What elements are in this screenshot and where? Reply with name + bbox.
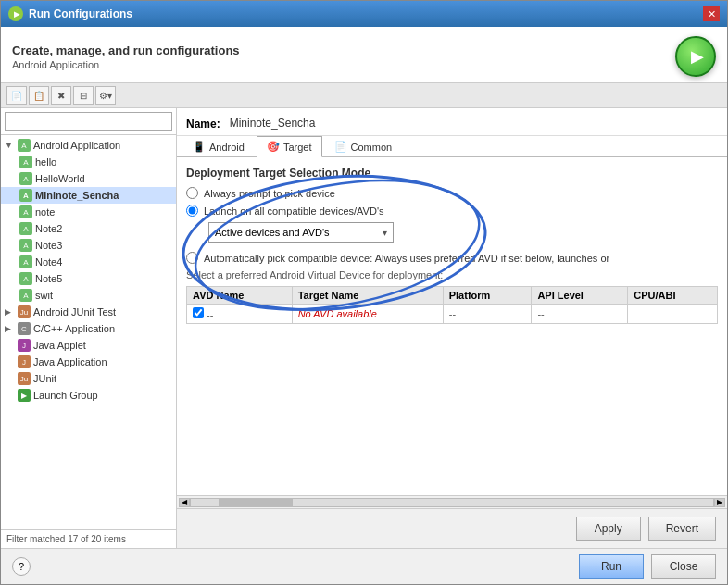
tree-group-android-header[interactable]: ▼ A Android Application: [1, 137, 176, 154]
tree-group-junit2-label: JUnit: [33, 373, 56, 384]
tree-group-junit-label: Android JUnit Test: [33, 306, 116, 317]
note4-icon: A: [19, 255, 32, 268]
tree-group-javaapp-header[interactable]: J Java Application: [1, 354, 176, 370]
tree-arrow-cpp: ▶: [5, 324, 16, 333]
tree-arrow-junit: ▶: [5, 307, 16, 317]
sidebar: ▼ A Android Application A hello A HelloW…: [1, 108, 177, 548]
scroll-right-btn[interactable]: ▶: [714, 498, 725, 507]
tree-item-hello-label: hello: [35, 156, 56, 168]
tree-group-cpp-header[interactable]: ▶ C C/C++ Application: [1, 320, 176, 337]
tree-group-android: ▼ A Android Application A hello A HelloW…: [1, 137, 176, 304]
tree-group-junit-header[interactable]: ▶ Ju Android JUnit Test: [1, 304, 176, 320]
tab-common[interactable]: 📄 Common: [324, 136, 403, 156]
sub-title: Android Application: [12, 59, 240, 70]
delete-config-button[interactable]: ✖: [51, 86, 71, 105]
helloworld-icon: A: [19, 172, 32, 185]
avd-table: AVD Name Target Name Platform API Level …: [186, 286, 718, 324]
tree-group-cpp-label: C/C++ Application: [33, 323, 115, 334]
tree-item-note2-label: Note2: [35, 223, 62, 234]
tabs: 📱 Android 🎯 Target 📄 Common: [177, 136, 727, 157]
tree-arrow-applet: [5, 341, 16, 350]
tab-android-label: Android: [209, 142, 245, 153]
radio-always-prompt[interactable]: Always prompt to pick device: [186, 187, 718, 199]
radio-auto-pick-input[interactable]: [186, 252, 198, 264]
tree-item-note4[interactable]: A Note4: [1, 254, 176, 270]
tree-item-swit-label: swit: [35, 290, 53, 301]
main-content: ▼ A Android Application A hello A HelloW…: [1, 108, 727, 548]
window-title: Run Configurations: [29, 7, 132, 20]
collapse-button[interactable]: ⊟: [73, 86, 94, 105]
tree-item-note3-label: Note3: [35, 240, 62, 251]
col-cpu-abi: CPU/ABI: [628, 287, 718, 305]
radio-auto-pick[interactable]: Automatically pick compatible device: Al…: [186, 252, 718, 264]
cell-api-level: --: [532, 305, 628, 324]
cell-target-name: No AVD available: [292, 305, 443, 324]
search-input[interactable]: [5, 112, 172, 131]
radio-launch-all[interactable]: Launch on all compatible devices/AVD's: [186, 205, 718, 217]
cell-platform: --: [443, 305, 532, 324]
avd-desc: Select a preferred Android Virtual Devic…: [186, 269, 718, 280]
window: Run Configurations ✕ Create, manage, and…: [0, 0, 728, 585]
tree-item-note[interactable]: A note: [1, 204, 176, 220]
tab-common-label: Common: [351, 142, 393, 153]
apply-button[interactable]: Apply: [576, 517, 641, 541]
scroll-track: [190, 498, 714, 507]
apply-revert-bar: Apply Revert: [177, 508, 727, 548]
note-icon: A: [19, 205, 32, 218]
footer-bar: ? Run Close: [1, 548, 727, 584]
config-panel: Name: Mininote_Sencha 📱 Android 🎯 Target…: [177, 108, 727, 548]
tree-item-hello[interactable]: A hello: [1, 154, 176, 170]
tree-item-mininote[interactable]: A Mininote_Sencha: [1, 187, 176, 204]
col-api-level: API Level: [532, 287, 628, 305]
tree: ▼ A Android Application A hello A HelloW…: [1, 135, 176, 529]
new-config-button[interactable]: 📄: [6, 86, 27, 105]
tree-group-junit2-header[interactable]: Ju JUnit: [1, 370, 176, 387]
run-button[interactable]: Run: [579, 554, 644, 579]
radio-auto-pick-label: Automatically pick compatible device: Al…: [204, 253, 609, 264]
tree-item-mininote-label: Mininote_Sencha: [35, 190, 119, 201]
header-text: Create, manage, and run configurations A…: [12, 44, 240, 70]
tree-item-note5[interactable]: A Note5: [1, 270, 176, 287]
tree-arrow-junit2: [5, 374, 16, 383]
scroll-thumb[interactable]: [219, 499, 293, 506]
tab-android[interactable]: 📱 Android: [182, 136, 255, 156]
tree-item-helloworld[interactable]: A HelloWorld: [1, 170, 176, 187]
radio-launch-all-input[interactable]: [186, 205, 198, 217]
avd-checkbox[interactable]: [193, 307, 204, 318]
tab-target-label: Target: [283, 142, 312, 153]
horizontal-scrollbar[interactable]: ◀ ▶: [177, 495, 727, 508]
android-tab-icon: 📱: [193, 141, 206, 153]
copy-config-button[interactable]: 📋: [29, 86, 49, 105]
active-devices-dropdown[interactable]: Active devices and AVD's ▾: [208, 222, 394, 243]
close-button[interactable]: Close: [651, 554, 716, 579]
settings-button[interactable]: ⚙▾: [95, 86, 116, 105]
tab-target[interactable]: 🎯 Target: [257, 136, 322, 157]
help-button[interactable]: ?: [12, 557, 31, 576]
javaapp-icon: J: [18, 355, 31, 368]
run-header-button[interactable]: [675, 36, 716, 77]
tree-arrow-javaapp: [5, 357, 16, 367]
tree-item-note3[interactable]: A Note3: [1, 237, 176, 254]
title-bar: Run Configurations ✕: [1, 1, 727, 27]
tree-group-android-label: Android Application: [33, 140, 120, 151]
radio-always-prompt-input[interactable]: [186, 187, 198, 199]
tree-arrow-android: ▼: [5, 141, 16, 150]
section-title: Deployment Target Selection Mode: [186, 167, 718, 180]
footer-buttons: Run Close: [579, 554, 716, 579]
tree-item-swit[interactable]: A swit: [1, 287, 176, 304]
dropdown-row: Active devices and AVD's ▾: [208, 222, 718, 243]
search-box: [1, 108, 176, 135]
close-window-button[interactable]: ✕: [703, 6, 720, 21]
title-icon: [8, 6, 23, 21]
tree-group-applet-header[interactable]: J Java Applet: [1, 337, 176, 354]
tree-group-javaapp-label: Java Application: [33, 356, 107, 367]
tree-item-note4-label: Note4: [35, 256, 62, 268]
dropdown-value: Active devices and AVD's: [215, 227, 330, 238]
scroll-left-btn[interactable]: ◀: [179, 498, 190, 507]
revert-button[interactable]: Revert: [648, 517, 716, 541]
sidebar-footer: Filter matched 17 of 20 items: [1, 529, 176, 548]
dropdown-arrow-icon: ▾: [383, 228, 387, 238]
tree-item-note2[interactable]: A Note2: [1, 220, 176, 237]
note2-icon: A: [19, 222, 32, 235]
tree-group-launch-header[interactable]: ▶ Launch Group: [1, 387, 176, 404]
